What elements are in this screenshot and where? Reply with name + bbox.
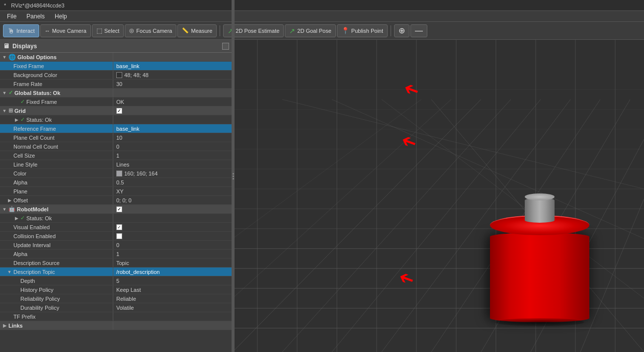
focus-camera-icon: ◎: [129, 27, 134, 34]
normal-cell-count-value: 0: [116, 144, 119, 150]
reliability-policy-value: Reliable: [116, 296, 136, 302]
measure-icon: 📏: [182, 27, 189, 34]
background-color-swatch: [116, 72, 122, 78]
links-row[interactable]: ▶ Links: [0, 321, 232, 330]
tf-prefix-row[interactable]: TF Prefix: [0, 312, 232, 321]
resize-dots: [233, 173, 234, 179]
toolbar: 🖱 Interact ↔ Move Camera ⬚ Select ◎ Focu…: [0, 22, 644, 40]
history-policy-row[interactable]: History Policy Keep Last: [0, 285, 232, 294]
description-topic-row[interactable]: ▼ Description Topic /robot_description: [0, 267, 232, 276]
measure-button[interactable]: 📏 Measure: [177, 24, 217, 37]
update-interval-row[interactable]: Update Interval 0: [0, 241, 232, 250]
durability-policy-value: Volatile: [116, 305, 134, 311]
resize-handle[interactable]: [232, 40, 235, 352]
grid-color-swatch: [116, 171, 122, 176]
goal-pose-icon: ↗: [289, 27, 295, 35]
global-status-row[interactable]: ▼ ✓ Global Status: Ok: [0, 88, 232, 97]
fixed-frame-row[interactable]: Fixed Frame base_link: [0, 62, 232, 71]
plane-cell-count-value: 10: [116, 135, 122, 141]
publish-point-icon: 📍: [341, 27, 349, 34]
main-content: 🖥 Displays ▼ 🌐 Global Options Fixed: [0, 40, 644, 352]
plane-row[interactable]: Plane XY: [0, 187, 232, 196]
grid-color-row[interactable]: Color 160; 160; 164: [0, 169, 232, 178]
depth-row[interactable]: Depth 5: [0, 276, 232, 285]
visual-enabled-row[interactable]: Visual Enabled: [0, 223, 232, 232]
depth-value: 5: [116, 278, 119, 284]
3d-viewport[interactable]: ➔ ➔ ➔: [233, 40, 644, 352]
cell-size-value: 1: [116, 153, 119, 159]
displays-label: Displays: [12, 43, 37, 50]
remove-button[interactable]: —: [410, 24, 427, 37]
grid-icon: ⊞: [8, 107, 13, 114]
move-camera-icon: ↔: [45, 28, 50, 34]
global-options-row[interactable]: ▼ 🌐 Global Options: [0, 53, 232, 62]
grid-checkbox[interactable]: [116, 108, 122, 114]
robot-model-expand[interactable]: ▼: [2, 207, 7, 212]
grid-status-expand[interactable]: ▶: [14, 117, 19, 122]
property-tree[interactable]: ▼ 🌐 Global Options Fixed Frame base_link: [0, 53, 232, 352]
goal-pose-button[interactable]: ↗ 2D Goal Pose: [285, 24, 335, 37]
maximize-button[interactable]: [222, 43, 229, 50]
fixed-frame-status-row[interactable]: ✓ Fixed Frame OK: [0, 97, 232, 106]
update-interval-value: 0: [116, 242, 119, 248]
robot-status-row[interactable]: ▶ ✓ Status: Ok: [0, 214, 232, 223]
menu-panels[interactable]: Panels: [21, 12, 50, 21]
collision-enabled-checkbox[interactable]: [116, 233, 122, 239]
move-camera-button[interactable]: ↔ Move Camera: [40, 24, 91, 37]
displays-panel: 🖥 Displays ▼ 🌐 Global Options Fixed: [0, 40, 233, 352]
publish-point-button[interactable]: 📍 Publish Point: [337, 24, 388, 37]
reliability-policy-row[interactable]: Reliability Policy Reliable: [0, 294, 232, 303]
frame-rate-row[interactable]: Frame Rate 30: [0, 80, 232, 88]
menubar: File Panels Help: [0, 11, 644, 22]
normal-cell-count-row[interactable]: Normal Cell Count 0: [0, 142, 232, 151]
background-color-row[interactable]: Background Color 48; 48; 48: [0, 71, 232, 80]
durability-policy-row[interactable]: Durability Policy Volatile: [0, 303, 232, 312]
interact-button[interactable]: 🖱 Interact: [3, 24, 39, 37]
robot-icon: 🤖: [8, 206, 15, 212]
description-source-value: Topic: [116, 260, 129, 266]
menu-help[interactable]: Help: [50, 12, 72, 21]
ff-check-icon: ✓: [20, 98, 25, 105]
grid-alpha-value: 0.5: [116, 179, 124, 185]
plane-cell-count-row[interactable]: Plane Cell Count 10: [0, 133, 232, 142]
description-topic-expand[interactable]: ▼: [7, 269, 12, 274]
offset-expand[interactable]: ▶: [7, 198, 12, 203]
visual-enabled-checkbox[interactable]: [116, 224, 122, 230]
robot-status-expand[interactable]: ▶: [14, 216, 19, 221]
grid-row[interactable]: ▼ ⊞ Grid: [0, 106, 232, 115]
description-source-row[interactable]: Description Source Topic: [0, 259, 232, 267]
reference-frame-row[interactable]: Reference Frame base_link: [0, 124, 232, 133]
robot-model-3d: [485, 213, 594, 322]
robot-status-check-icon: ✓: [20, 215, 25, 221]
displays-header: 🖥 Displays: [0, 40, 232, 53]
reference-frame-value: base_link: [116, 126, 139, 132]
robot-alpha-row[interactable]: Alpha 1: [0, 250, 232, 259]
toolbar-separator-2: [391, 25, 391, 36]
focus-camera-button[interactable]: ◎ Focus Camera: [125, 24, 176, 37]
fixed-frame-ok-value: OK: [116, 99, 124, 105]
background-color-value: 48; 48; 48: [124, 72, 149, 78]
grid-alpha-row[interactable]: Alpha 0.5: [0, 178, 232, 187]
grid-expand[interactable]: ▼: [2, 108, 7, 113]
offset-row[interactable]: ▶ Offset 0; 0; 0: [0, 196, 232, 205]
robot-model-checkbox[interactable]: [116, 206, 122, 212]
grid-color-value: 160; 160; 164: [124, 171, 158, 176]
displays-title: 🖥 Displays: [3, 42, 37, 50]
links-expand[interactable]: ▶: [2, 323, 7, 328]
grid-status-row[interactable]: ▶ ✓ Status: Ok: [0, 115, 232, 124]
plane-value: XY: [116, 188, 124, 194]
menu-file[interactable]: File: [2, 12, 21, 21]
collision-enabled-row[interactable]: Collision Enabled: [0, 232, 232, 241]
app-icon: *: [4, 2, 6, 8]
select-button[interactable]: ⬚ Select: [92, 24, 124, 37]
fixed-frame-value: base_link: [116, 63, 139, 69]
global-options-expand[interactable]: ▼: [2, 55, 7, 60]
svg-line-34: [282, 99, 644, 189]
cell-size-row[interactable]: Cell Size 1: [0, 151, 232, 160]
global-status-expand[interactable]: ▼: [2, 90, 7, 95]
line-style-row[interactable]: Line Style Lines: [0, 160, 232, 169]
app-title: RViz*@d4864f4ccde3: [11, 2, 64, 8]
add-button[interactable]: ⊕: [394, 24, 409, 37]
svg-line-23: [233, 99, 481, 352]
robot-model-row[interactable]: ▼ 🤖 RobotModel: [0, 205, 232, 214]
